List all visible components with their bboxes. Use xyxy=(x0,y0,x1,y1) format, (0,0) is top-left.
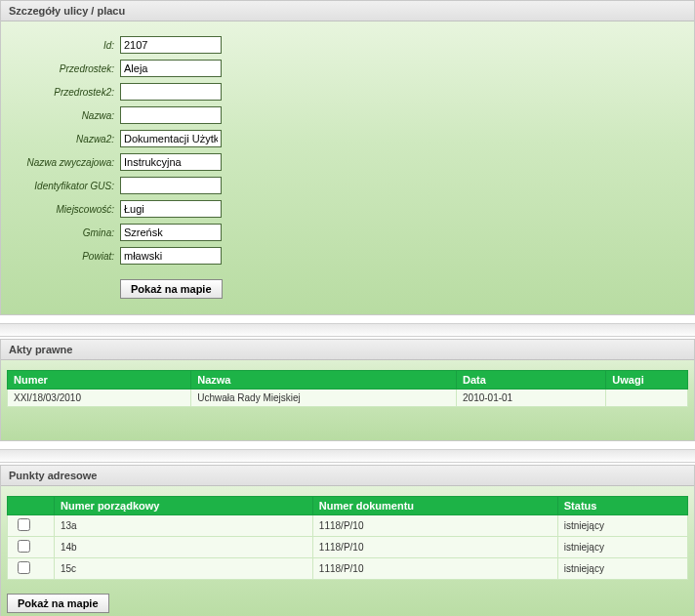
gmina-label: Gmina: xyxy=(11,227,120,238)
name-label: Nazwa: xyxy=(11,110,120,121)
addr-cell-porzadkowy: 15c xyxy=(55,558,313,580)
prefix2-input[interactable] xyxy=(120,83,222,101)
gus-label: Identyfikator GUS: xyxy=(11,181,120,191)
prefix-input[interactable] xyxy=(120,60,222,77)
addr-cell-dokument: 1118/P/10 xyxy=(312,537,557,558)
acts-cell-numer: XXI/18/03/2010 xyxy=(8,390,191,407)
acts-col-data: Data xyxy=(457,371,606,390)
table-row[interactable]: XXI/18/03/2010 Uchwała Rady Miejskiej 20… xyxy=(8,390,688,407)
powiat-input[interactable] xyxy=(120,247,222,265)
addresses-table: Numer porządkowy Numer dokumentu Status … xyxy=(7,496,688,580)
acts-cell-uwagi xyxy=(606,390,688,407)
addr-cell-dokument: 1118/P/10 xyxy=(312,558,557,580)
addr-col-check xyxy=(8,497,55,515)
addr-col-dokument: Numer dokumentu xyxy=(312,497,557,515)
addr-cell-dokument: 1118/P/10 xyxy=(312,515,557,537)
acts-col-uwagi: Uwagi xyxy=(606,371,688,390)
show-addresses-on-map-button[interactable]: Pokaż na mapie xyxy=(7,594,109,613)
addr-cell-status: istniejący xyxy=(557,537,687,558)
prefix-label: Przedrostek: xyxy=(11,63,120,74)
name2-input[interactable] xyxy=(120,130,222,147)
show-on-map-button[interactable]: Pokaż na mapie xyxy=(120,279,223,299)
addresses-panel: Punkty adresowe Numer porządkowy Numer d… xyxy=(0,465,695,616)
addr-cell-porzadkowy: 13a xyxy=(55,515,313,537)
gus-input[interactable] xyxy=(120,177,222,194)
addr-cell-status: istniejący xyxy=(557,558,687,580)
addr-cell-porzadkowy: 14b xyxy=(55,537,313,558)
addr-cell-status: istniejący xyxy=(557,515,687,537)
row-checkbox[interactable] xyxy=(18,518,30,531)
addr-col-status: Status xyxy=(557,497,687,515)
gmina-input[interactable] xyxy=(120,224,222,241)
details-form: Id: Przedrostek: Przedrostek2: Nazwa: Na… xyxy=(1,21,694,308)
name2-label: Nazwa2: xyxy=(11,134,120,144)
id-input[interactable] xyxy=(120,36,222,54)
powiat-label: Powiat: xyxy=(11,251,120,262)
acts-col-numer: Numer xyxy=(8,371,191,390)
id-label: Id: xyxy=(11,40,120,51)
acts-col-nazwa: Nazwa xyxy=(191,371,457,390)
addresses-header: Punkty adresowe xyxy=(1,466,694,486)
table-row[interactable]: 15c 1118/P/10 istniejący xyxy=(8,558,688,580)
acts-cell-data: 2010-01-01 xyxy=(457,390,606,407)
row-checkbox[interactable] xyxy=(18,561,30,574)
common-name-input[interactable] xyxy=(120,153,222,171)
section-divider xyxy=(0,323,695,337)
prefix2-label: Przedrostek2: xyxy=(11,87,120,98)
addr-col-porzadkowy: Numer porządkowy xyxy=(55,497,313,515)
details-header: Szczegóły ulicy / placu xyxy=(1,1,694,21)
name-input[interactable] xyxy=(120,106,222,124)
common-name-label: Nazwa zwyczajowa: xyxy=(11,157,120,168)
section-divider xyxy=(0,449,695,463)
acts-header: Akty prawne xyxy=(1,340,694,360)
row-checkbox[interactable] xyxy=(18,540,30,553)
locality-input[interactable] xyxy=(120,200,222,218)
details-panel: Szczegóły ulicy / placu Id: Przedrostek:… xyxy=(0,0,695,315)
locality-label: Miejscowość: xyxy=(11,204,120,215)
table-row[interactable]: 13a 1118/P/10 istniejący xyxy=(8,515,688,537)
table-row[interactable]: 14b 1118/P/10 istniejący xyxy=(8,537,688,558)
acts-panel: Akty prawne Numer Nazwa Data Uwagi XXI/1… xyxy=(0,339,695,441)
acts-cell-nazwa: Uchwała Rady Miejskiej xyxy=(191,390,457,407)
acts-table: Numer Nazwa Data Uwagi XXI/18/03/2010 Uc… xyxy=(7,370,688,407)
